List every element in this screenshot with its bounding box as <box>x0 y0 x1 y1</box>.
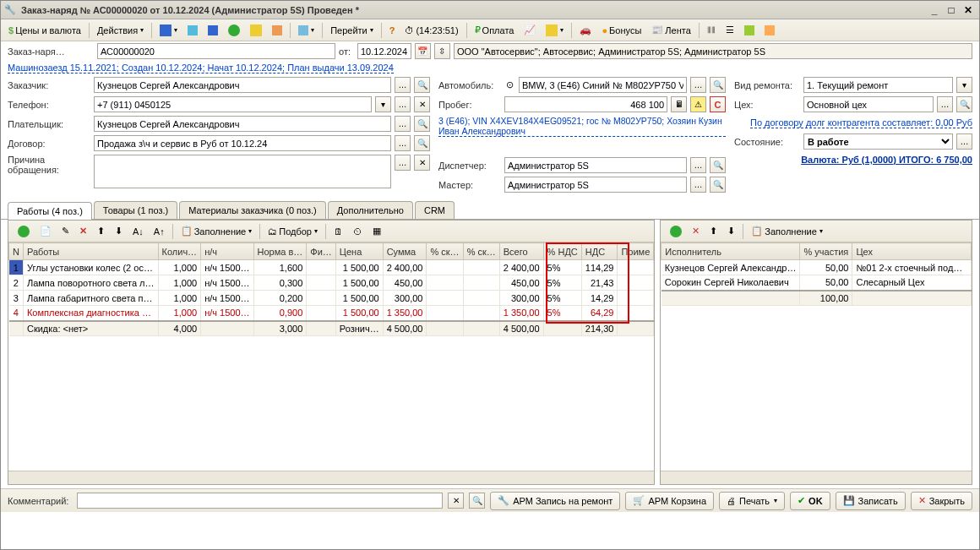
master-input[interactable] <box>504 177 687 193</box>
p-scrollbar[interactable] <box>661 471 972 484</box>
tab-works[interactable]: Работы (4 поз.) <box>8 202 92 220</box>
table-row[interactable]: 2Лампа поворотного света л…1,000н/ч 1500… <box>9 275 654 291</box>
new-icon[interactable]: ▾ <box>155 22 182 39</box>
tab-crm[interactable]: CRM <box>415 201 455 219</box>
customer-search[interactable]: 🔍 <box>414 77 430 93</box>
shop-dots[interactable]: … <box>937 96 953 112</box>
box-icon[interactable]: ▾ <box>542 22 568 39</box>
col-d2[interactable]: % ск… <box>463 243 499 260</box>
col-work[interactable]: Работы <box>23 243 158 260</box>
repair-type-input[interactable] <box>803 77 953 93</box>
table-row[interactable]: Сорокин Сергей Николаевич50,00Слесарный … <box>662 275 972 291</box>
warn-icon[interactable]: ⚠ <box>690 96 706 112</box>
phone-input[interactable] <box>94 96 372 112</box>
debt-link[interactable]: По договору долг контрагента составляет:… <box>750 117 972 128</box>
total-link[interactable]: Валюта: Руб (1,0000) ИТОГО: 6 750,00 <box>801 155 972 165</box>
bonuses-button[interactable]: ● Бонусы <box>597 22 645 39</box>
comment-search[interactable]: 🔍 <box>469 493 485 509</box>
minimize-button[interactable]: _ <box>927 3 942 17</box>
feed-button[interactable]: 📰Лента <box>647 22 694 39</box>
save-icon[interactable] <box>204 22 222 39</box>
arm-record-button[interactable]: 🔧 АРМ Запись на ремонт <box>490 492 620 510</box>
based-on-icon[interactable]: ▾ <box>294 22 318 39</box>
ok-button[interactable]: ✔ OK <box>790 492 830 510</box>
p-add-icon[interactable] <box>666 223 686 240</box>
grid-icon3[interactable]: ▦ <box>368 223 385 240</box>
mileage-input[interactable] <box>504 96 667 112</box>
export-icon[interactable] <box>760 22 779 39</box>
payment-button[interactable]: ₽Оплата <box>471 22 519 39</box>
p-del-icon[interactable]: ✕ <box>688 223 704 240</box>
close-window-button[interactable]: ✕ <box>961 3 976 17</box>
master-dots[interactable]: … <box>690 177 706 193</box>
table-row[interactable]: 4Комплексная диагностика …1,000н/ч 1500…… <box>9 306 654 321</box>
dispatcher-search[interactable]: 🔍 <box>710 157 726 173</box>
works-grid[interactable]: N Работы Колич… н/ч Норма в… Фи… Цена Су… <box>8 242 654 471</box>
car-icon[interactable]: 🚗 <box>575 22 596 39</box>
barcode-icon[interactable]: ⦀⦀ <box>703 22 720 39</box>
col-d1[interactable]: % ск… <box>427 243 463 260</box>
shop-search[interactable]: 🔍 <box>956 96 972 112</box>
payer-input[interactable] <box>94 116 391 132</box>
post-icon[interactable] <box>246 22 266 39</box>
phone-dots[interactable]: … <box>395 96 411 112</box>
chart-icon[interactable]: 📈 <box>520 22 540 39</box>
clock-icon[interactable]: ⏱ (14:23:51) <box>400 22 462 39</box>
order-number-input[interactable] <box>97 43 335 59</box>
sort-asc-icon[interactable]: A↓ <box>128 223 148 240</box>
print-button[interactable]: 🖨 Печать▾ <box>719 492 785 510</box>
reason-clear[interactable]: ✕ <box>414 155 430 171</box>
calc-icon[interactable]: 🖩 <box>671 96 687 112</box>
table-row[interactable]: Кузнецов Сергей Александр…50,00№01 2-х с… <box>662 260 972 275</box>
down-row-icon[interactable]: ⬇ <box>111 223 127 240</box>
pcol-shop[interactable]: Цех <box>852 243 972 260</box>
list-icon[interactable]: ☰ <box>721 22 738 39</box>
sort-desc-icon[interactable]: A↑ <box>150 223 169 240</box>
phone-clear[interactable]: ✕ <box>414 96 430 112</box>
phone-drop[interactable]: ▾ <box>375 96 391 112</box>
copy-row-icon[interactable]: 📄 <box>35 223 56 240</box>
col-nh[interactable]: н/ч <box>201 243 253 260</box>
col-vat[interactable]: НДС <box>581 243 618 260</box>
edit-row-icon[interactable]: ✎ <box>57 223 74 240</box>
col-vatp[interactable]: % НДС <box>543 243 581 260</box>
payer-search[interactable]: 🔍 <box>414 116 430 132</box>
table-row[interactable]: 3Лампа габаритного света п…1,000н/ч 1500… <box>9 291 654 306</box>
doc-icon[interactable] <box>740 22 759 39</box>
performers-grid[interactable]: Исполнитель % участия Цех Кузнецов Серге… <box>661 242 972 471</box>
dispatcher-input[interactable] <box>504 157 687 173</box>
vehicle-info-link[interactable]: 3 (E46); VIN X4XEV184X4EG09521; гос № М8… <box>438 116 726 137</box>
pcol-perf[interactable]: Исполнитель <box>662 243 800 260</box>
col-price[interactable]: Цена <box>335 243 383 260</box>
grid-icon2[interactable]: ⏲ <box>349 223 367 240</box>
payer-dots[interactable]: … <box>395 116 411 132</box>
up-row-icon[interactable]: ⬆ <box>93 223 109 240</box>
comment-clear[interactable]: ✕ <box>448 493 464 509</box>
fill-button[interactable]: 📋 Заполнение▾ <box>177 223 257 240</box>
ccleaner-icon[interactable]: C <box>710 96 726 112</box>
col-sum[interactable]: Сумма <box>383 243 427 260</box>
col-total[interactable]: Всего <box>499 243 543 260</box>
customer-dots[interactable]: … <box>395 77 411 93</box>
calendar-button[interactable]: 📅 <box>415 43 431 59</box>
contract-input[interactable] <box>94 135 391 151</box>
col-norm[interactable]: Норма в… <box>253 243 307 260</box>
col-n[interactable]: N <box>9 243 24 260</box>
refresh-icon[interactable] <box>224 22 244 39</box>
reason-input[interactable] <box>94 155 391 188</box>
state-dots[interactable]: … <box>956 133 972 150</box>
vehicle-input[interactable] <box>519 77 687 93</box>
shop-input[interactable] <box>803 96 934 112</box>
master-search[interactable]: 🔍 <box>710 177 726 193</box>
repair-type-drop[interactable]: ▾ <box>956 77 972 93</box>
tab-materials[interactable]: Материалы заказчика (0 поз.) <box>179 201 326 219</box>
col-fix[interactable]: Фи… <box>307 243 336 260</box>
actions-button[interactable]: Действия▾ <box>93 22 148 39</box>
grid-icon1[interactable]: 🗓 <box>329 223 347 240</box>
prices-button[interactable]: $ Цены и валюта <box>4 22 85 39</box>
pick-button[interactable]: 🗂 Подбор▾ <box>264 223 322 240</box>
contract-search[interactable]: 🔍 <box>414 135 430 151</box>
tab-extra[interactable]: Дополнительно <box>328 201 413 219</box>
add-row-icon[interactable] <box>14 223 34 240</box>
state-select[interactable]: В работе <box>803 133 953 150</box>
